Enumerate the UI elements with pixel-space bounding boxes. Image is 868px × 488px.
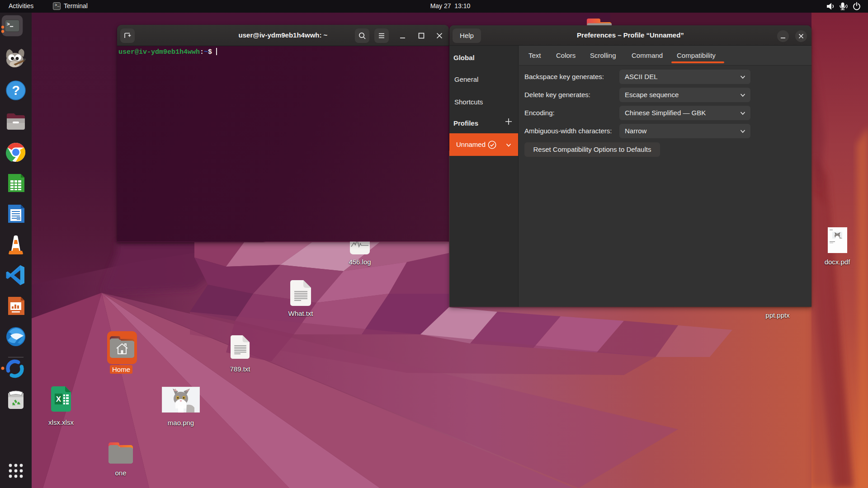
- svg-text:>: >: [7, 21, 10, 27]
- svg-text:X: X: [56, 395, 61, 404]
- svg-text:?: ?: [12, 83, 20, 98]
